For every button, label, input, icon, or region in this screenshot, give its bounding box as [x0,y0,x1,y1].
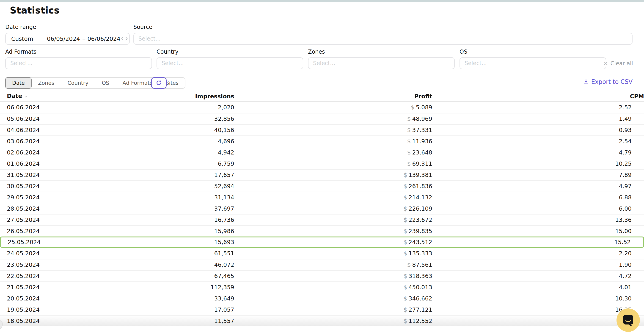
cell-date: 04.06.2024 [0,124,114,136]
profit-value: 450.013 [409,284,432,290]
profit-value: 239.835 [409,228,432,234]
download-icon [583,79,589,85]
tab-os[interactable]: OS [95,78,116,88]
column-header-profit[interactable]: Profit [234,91,432,102]
cell-profit: $318.363 [234,270,432,282]
cell-profit: $139.381 [234,169,432,180]
currency-symbol: $ [404,284,407,290]
table-row[interactable]: 26.05.2024 15,986 $239.835 15.00 [0,225,644,236]
zones-input[interactable] [313,60,450,66]
cell-profit: $23.648 [234,147,432,158]
date-range-end: 06/06/2024 [87,36,120,42]
table-row[interactable]: 24.05.2024 61,551 $135.333 2.20 [0,248,644,259]
ad-formats-select[interactable] [5,57,152,69]
currency-symbol: $ [411,104,414,111]
cell-impressions: 11,557 [114,315,234,326]
cell-cpm: 7.89 [432,169,644,180]
chevron-left-icon [120,36,124,41]
profit-value: 318.363 [409,273,432,279]
cell-cpm: 4.79 [432,147,644,158]
cell-profit: $223.672 [234,214,432,225]
refresh-button[interactable] [151,77,166,89]
table-row[interactable]: 25.05.2024 15,693 $243.512 15.52 [0,236,644,248]
cell-profit: $346.662 [234,293,432,304]
cell-cpm: 15.00 [432,225,644,236]
cell-cpm: 10.30 [432,293,644,304]
table-row[interactable]: 27.05.2024 16,736 $223.672 13.36 [0,214,644,225]
cell-cpm: 1.90 [432,259,644,270]
cell-cpm: 10.25 [432,158,644,169]
table-row[interactable]: 01.06.2024 6,759 $69.311 10.25 [0,158,644,169]
chevron-right-icon [124,36,128,41]
tab-date[interactable]: Date [5,77,32,89]
date-range-mode[interactable]: Custom [11,36,33,42]
country-select[interactable] [156,57,303,69]
cell-profit: $214.132 [234,192,432,203]
ad-formats-input[interactable] [10,60,147,66]
cell-date: 22.05.2024 [0,270,114,282]
zones-select[interactable] [308,57,455,69]
cell-date: 19.05.2024 [0,304,114,315]
os-input[interactable] [464,60,601,66]
date-range-control[interactable]: Custom 06/05/2024 – 06/06/2024 [5,33,130,45]
table-row[interactable]: 20.05.2024 33,649 $346.662 10.30 [0,293,644,304]
table-row[interactable]: 02.06.2024 4,942 $23.648 4.79 [0,147,644,158]
date-range-label: Date range [5,24,36,30]
table-row[interactable]: 31.05.2024 17,657 $139.381 7.89 [0,169,644,180]
column-header-cpm[interactable]: CPM [432,91,644,102]
cell-cpm: 13.36 [432,214,644,225]
tab-country[interactable]: Country [61,78,95,88]
chat-bubble-icon [622,314,634,326]
cell-date: 26.05.2024 [0,225,114,236]
date-range-value[interactable]: 06/05/2024 – 06/06/2024 [47,36,120,42]
table-row[interactable]: 05.06.2024 32,856 $48.969 1.49 [0,113,644,124]
table-row[interactable]: 04.06.2024 40,156 $37.331 0.93 [0,124,644,136]
cell-profit: $87.561 [234,259,432,270]
table-row[interactable]: 30.05.2024 52,694 $261.836 4.97 [0,180,644,192]
source-input[interactable] [138,36,628,42]
table-row[interactable]: 21.05.2024 112,359 $450.013 4.01 [0,282,644,293]
chat-launcher-button[interactable] [616,308,640,332]
table-row[interactable]: 23.05.2024 46,072 $87.561 1.90 [0,259,644,270]
column-header-impressions[interactable]: Impressions [114,91,234,102]
cell-date: 29.05.2024 [0,192,114,203]
column-header-date[interactable]: Date [0,91,114,102]
cell-impressions: 67,465 [114,270,234,282]
cell-date: 01.06.2024 [0,158,114,169]
tab-zones[interactable]: Zones [32,78,61,88]
export-csv-button[interactable]: Export to CSV [583,78,632,85]
currency-symbol: $ [407,127,411,134]
cell-impressions: 17,057 [114,304,234,315]
cell-cpm: 2.54 [432,136,644,147]
cell-impressions: 2,020 [114,102,234,113]
cell-profit: $226.109 [234,203,432,214]
cell-cpm: 16.25 [432,304,644,315]
table-row[interactable]: 22.05.2024 67,465 $318.363 4.72 [0,270,644,282]
cell-date: 02.06.2024 [0,147,114,158]
table-row[interactable]: 06.06.2024 2,020 $5.089 2.52 [0,102,644,113]
os-select[interactable] [460,57,606,69]
next-period-button[interactable] [124,34,128,43]
currency-symbol: $ [404,183,407,190]
country-input[interactable] [162,60,298,66]
table-row[interactable]: 18.05.2024 11,557 $112.552 9.74 [0,315,644,326]
profit-value: 11.936 [412,138,432,144]
table-row[interactable]: 29.05.2024 31,134 $214.132 6.88 [0,192,644,203]
currency-symbol: $ [404,228,407,234]
profit-value: 112.552 [409,318,432,324]
prev-period-button[interactable] [120,34,124,43]
ad-formats-label: Ad Formats [5,48,36,55]
cell-cpm: 4.01 [432,282,644,293]
profit-value: 5.089 [416,104,432,111]
currency-symbol: $ [407,160,411,167]
table-row[interactable]: 28.05.2024 37,697 $226.109 6.00 [0,203,644,214]
table-row[interactable]: 03.06.2024 4,696 $11.936 2.54 [0,136,644,147]
profit-value: 87.561 [412,262,432,268]
cell-cpm: 4.97 [432,180,644,192]
clear-all-button[interactable]: ✕ Clear all [603,60,633,67]
cell-profit: $135.333 [234,248,432,259]
source-select[interactable] [134,33,632,45]
cell-cpm: 4.72 [432,270,644,282]
cell-cpm: 2.52 [432,102,644,113]
table-row[interactable]: 19.05.2024 17,057 $277.121 16.25 [0,304,644,315]
